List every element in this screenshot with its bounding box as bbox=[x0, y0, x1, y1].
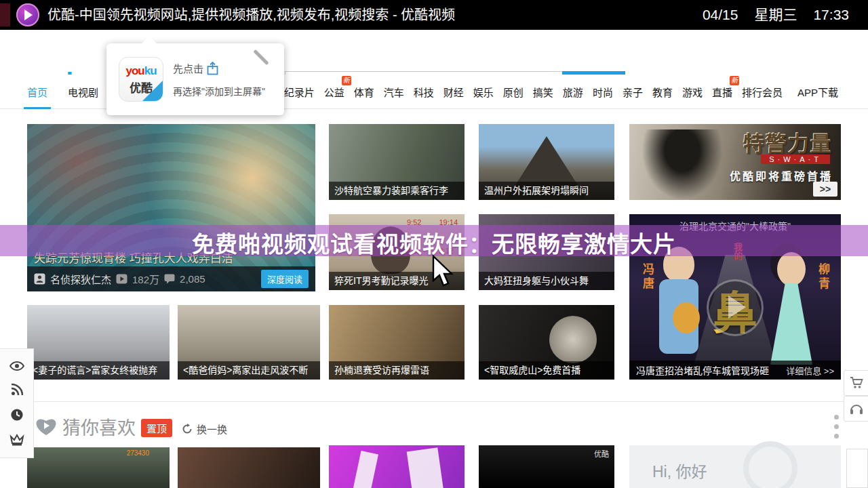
overlay-banner-text: 免费啪视频观试看视频软件：无限畅享激情大片 bbox=[192, 226, 676, 259]
nav-item-education[interactable]: 教育 bbox=[652, 85, 673, 99]
app-icon-ribbon bbox=[142, 81, 163, 101]
clock-area: 04/15 星期三 17:33 bbox=[703, 0, 849, 30]
video-caption: <妻子的谎言>富家女终被抛弃 bbox=[27, 361, 170, 380]
refresh-label: 换一换 bbox=[197, 422, 227, 436]
nav-item-home[interactable]: 首页 bbox=[27, 85, 47, 99]
video-card[interactable]: 273430 bbox=[27, 447, 170, 488]
video-caption: 沙特航空暴力装卸乘客行李 bbox=[329, 182, 465, 200]
nav-item-charity-label: 公益 bbox=[324, 87, 344, 98]
play-overlay-icon[interactable] bbox=[707, 279, 764, 336]
guess-section-title: 猜你喜欢 bbox=[62, 413, 136, 440]
nav-item-finance[interactable]: 财经 bbox=[443, 85, 464, 99]
nav-left-group: 首页 电视剧 bbox=[27, 85, 98, 99]
greeting-text: Hi, 你好 bbox=[652, 459, 707, 482]
section-divider bbox=[0, 401, 868, 402]
video-caption: 孙楠退赛受访再爆雷语 bbox=[329, 361, 465, 380]
nav-item-ranking[interactable]: 排行 bbox=[742, 85, 762, 99]
youku-watermark: 优酷 bbox=[594, 448, 609, 459]
guess-heart-icon bbox=[35, 416, 57, 436]
nav-mid-group: 资讯 拍客 纪录片 公益新 体育 汽车 科技 财经 娱乐 原创 搞笑 旅游 时尚… bbox=[224, 85, 762, 99]
fur-art bbox=[549, 316, 597, 363]
youku-play-icon bbox=[16, 3, 39, 26]
nav-item-app-download[interactable]: APP下载 bbox=[797, 85, 838, 99]
watermark-circle bbox=[743, 441, 797, 488]
logo-art bbox=[407, 447, 446, 488]
feature-views: 182万 bbox=[132, 272, 159, 286]
app-icon-logo: youku bbox=[119, 64, 163, 78]
video-card[interactable] bbox=[329, 445, 465, 488]
swat-subtitle: S·W·A·T bbox=[761, 155, 830, 164]
add-to-homescreen-tooltip: youku 优酷 先点击 再选择"添加到主屏幕" bbox=[106, 43, 284, 115]
refresh-button[interactable]: 换一换 bbox=[182, 422, 227, 436]
swat-title: 特警力量 bbox=[743, 127, 833, 157]
screen: 优酷-中国领先视频网站,提供视频播放,视频发布,视频搜索 - 优酷视频 04/1… bbox=[0, 0, 868, 488]
nav-item-original[interactable]: 原创 bbox=[503, 85, 524, 99]
more-options-menu[interactable] bbox=[834, 415, 839, 439]
logo-art bbox=[351, 451, 378, 488]
feature-card[interactable]: 失踪元芳惊现青楼 巧撞孔大人戏弄白洁 名侦探狄仁杰 182万 2,085 深度阅… bbox=[27, 124, 315, 291]
headphones-button[interactable] bbox=[844, 396, 868, 422]
tall-caption-bar: 冯唐歪招治堵乱停车城管现场砸 详细信息 >> bbox=[629, 361, 841, 380]
nav-item-sports[interactable]: 体育 bbox=[354, 85, 374, 99]
video-card[interactable]: 温州户外拓展架坍塌瞬间 bbox=[479, 124, 614, 200]
crown-icon[interactable] bbox=[9, 434, 24, 446]
history-clock-icon[interactable] bbox=[10, 408, 24, 422]
nav-item-charity[interactable]: 公益新 bbox=[324, 85, 344, 99]
pen-stroke bbox=[253, 49, 269, 65]
top-title-bar: 优酷-中国领先视频网站,提供视频播放,视频发布,视频搜索 - 优酷视频 04/1… bbox=[0, 0, 868, 30]
video-card[interactable]: 优酷 bbox=[479, 445, 614, 488]
new-badge: 新 bbox=[730, 76, 739, 85]
video-caption: 温州户外拓展架坍塌瞬间 bbox=[479, 182, 614, 200]
app-logo-you: you bbox=[125, 64, 144, 77]
nav-item-games[interactable]: 游戏 bbox=[682, 85, 703, 99]
video-caption: <智取威虎山>免费首播 bbox=[479, 361, 614, 380]
eye-icon[interactable] bbox=[9, 361, 24, 371]
tall-caption: 冯唐歪招治堵乱停车城管现场砸 bbox=[636, 363, 769, 377]
time-text: 17:33 bbox=[813, 0, 849, 30]
greeting-panel[interactable]: Hi, 你好 bbox=[629, 445, 841, 488]
video-card[interactable]: 孙楠退赛受访再爆雷语 bbox=[329, 305, 465, 380]
deep-read-badge[interactable]: 深度阅读 bbox=[261, 270, 309, 288]
cart-button[interactable] bbox=[844, 370, 868, 396]
nav-item-fashion[interactable]: 时尚 bbox=[593, 85, 613, 99]
weekday-text: 星期三 bbox=[754, 0, 797, 30]
nav-item-vip[interactable]: 会员 bbox=[762, 85, 783, 99]
side-panel-stub bbox=[846, 449, 868, 488]
video-card[interactable]: 沙特航空暴力装卸乘客行李 bbox=[329, 124, 465, 200]
nav-item-live[interactable]: 直播新 bbox=[712, 85, 732, 99]
feature-channel: 名侦探狄仁杰 bbox=[50, 272, 111, 286]
nav-item-ent[interactable]: 娱乐 bbox=[473, 85, 494, 99]
comment-icon bbox=[164, 274, 175, 284]
video-caption: 大妈狂扭身躯与小伙斗舞 bbox=[479, 272, 614, 290]
youku-app-icon: youku 优酷 bbox=[119, 57, 163, 102]
video-card[interactable]: <妻子的谎言>富家女终被抛弃 bbox=[27, 305, 170, 380]
window-title: 优酷-中国领先视频网站,提供视频播放,视频发布,视频搜索 - 优酷视频 bbox=[47, 0, 455, 30]
tooltip-step1: 先点击 bbox=[173, 61, 218, 75]
nav-item-funny[interactable]: 搞笑 bbox=[533, 85, 553, 99]
tooltip-step2: 再选择"添加到主屏幕" bbox=[173, 84, 265, 98]
nav-item-auto[interactable]: 汽车 bbox=[384, 85, 404, 99]
tooltip-step1-text: 先点击 bbox=[173, 61, 203, 75]
nav-item-tv[interactable]: 电视剧 bbox=[68, 85, 98, 99]
video-card[interactable] bbox=[178, 447, 320, 488]
channel-icon bbox=[34, 273, 45, 285]
feature-meta-bar: 名侦探狄仁杰 182万 2,085 深度阅读 bbox=[27, 266, 315, 291]
rss-icon[interactable] bbox=[11, 384, 23, 396]
nav-item-tech[interactable]: 科技 bbox=[414, 85, 434, 99]
details-link[interactable]: 详细信息 >> bbox=[786, 364, 834, 377]
video-card[interactable]: <智取威虎山>免费首播 bbox=[479, 305, 614, 380]
pinned-badge[interactable]: 置顶 bbox=[141, 419, 172, 437]
banner-next-button[interactable]: >> bbox=[813, 182, 837, 197]
date-text: 04/15 bbox=[703, 0, 738, 30]
cart-icon bbox=[850, 377, 863, 389]
soldier-art bbox=[642, 129, 723, 200]
app-logo-ku: ku bbox=[144, 64, 157, 77]
video-card[interactable]: <酷爸俏妈>离家出走风波不断 bbox=[178, 305, 320, 380]
nav-item-live-label: 直播 bbox=[712, 87, 732, 98]
feature-comments: 2,085 bbox=[180, 273, 205, 285]
swat-banner[interactable]: 特警力量 S·W·A·T 优酷即将重磅首播 >> bbox=[629, 124, 841, 200]
nav-item-travel[interactable]: 旅游 bbox=[563, 85, 583, 99]
nav-item-family[interactable]: 亲子 bbox=[623, 85, 643, 99]
refresh-icon bbox=[182, 424, 193, 434]
nav-item-documentary[interactable]: 纪录片 bbox=[284, 85, 315, 99]
